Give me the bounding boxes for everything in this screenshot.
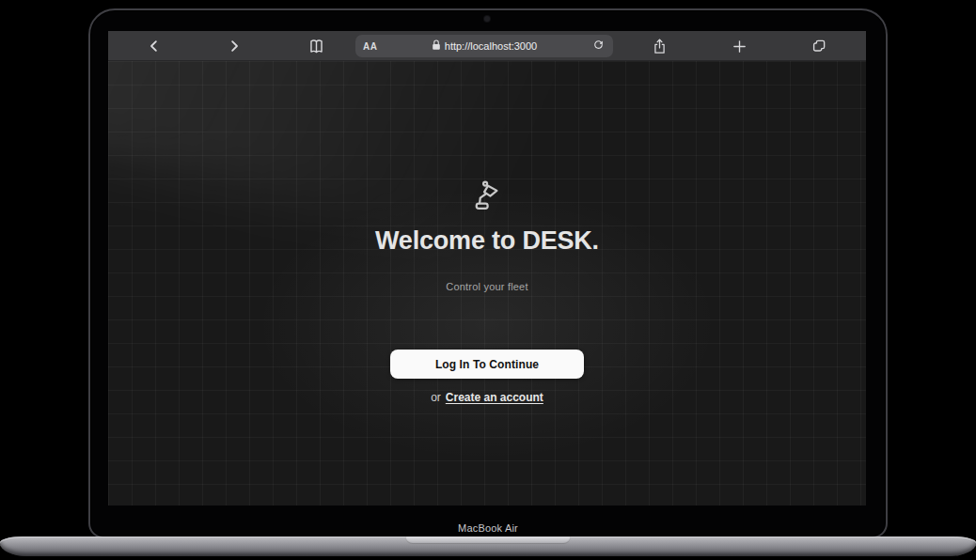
reader-view-label: AA xyxy=(363,41,377,52)
hero-section: Welcome to DESK. Control your fleet Log … xyxy=(108,61,866,404)
new-tab-button[interactable] xyxy=(726,31,752,61)
tab-overview-button[interactable] xyxy=(806,31,832,61)
page-root: { "browser": { "reader_button_label": "A… xyxy=(0,0,976,560)
plus-icon xyxy=(732,39,748,54)
browser-toolbar: AA http://localhost:3000 xyxy=(108,31,866,61)
address-bar[interactable]: AA http://localhost:3000 xyxy=(355,35,613,57)
laptop-lid-notch xyxy=(405,537,571,544)
url-display: http://localhost:3000 xyxy=(432,39,537,53)
open-book-icon xyxy=(307,38,325,55)
desk-lamp-icon xyxy=(470,179,504,215)
browser-window: AA http://localhost:3000 xyxy=(108,31,866,506)
web-page: Welcome to DESK. Control your fleet Log … xyxy=(108,61,866,506)
bookmarks-button[interactable] xyxy=(303,31,329,61)
share-icon xyxy=(652,38,668,55)
back-button[interactable] xyxy=(141,31,167,61)
signup-row: or Create an account xyxy=(431,391,543,404)
reload-button[interactable] xyxy=(587,35,609,57)
reader-view-button[interactable]: AA xyxy=(363,35,377,57)
url-text: http://localhost:3000 xyxy=(445,40,537,52)
reload-icon xyxy=(592,38,605,54)
tabs-icon xyxy=(811,38,827,54)
or-text: or xyxy=(431,391,441,404)
chevron-right-icon xyxy=(226,38,243,54)
create-account-link[interactable]: Create an account xyxy=(446,391,543,404)
padlock-icon xyxy=(432,39,441,53)
share-button[interactable] xyxy=(646,31,672,61)
chevron-left-icon xyxy=(146,38,163,54)
device-model-label: MacBook Air xyxy=(0,522,976,534)
page-title: Welcome to DESK. xyxy=(375,226,599,255)
webcam-dot xyxy=(484,16,490,22)
page-subtitle: Control your fleet xyxy=(446,280,527,293)
forward-button[interactable] xyxy=(221,31,247,61)
login-button[interactable]: Log In To Continue xyxy=(390,350,584,379)
